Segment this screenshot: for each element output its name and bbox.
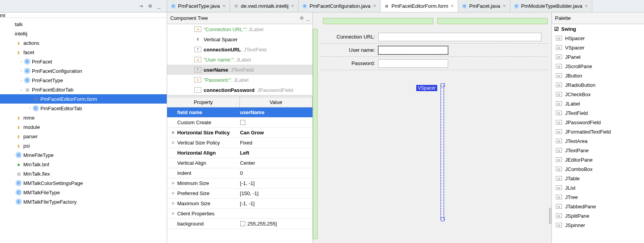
palette-item[interactable]: ▭JComboBox <box>552 164 644 174</box>
project-tree-node[interactable]: CMmeFileType <box>0 150 167 160</box>
form-textfield[interactable] <box>378 46 448 55</box>
palette-item[interactable]: ▭JTable <box>552 174 644 183</box>
component-tree-node[interactable]: a"Password:" : JLabel <box>167 75 312 85</box>
property-row[interactable]: ⊞Horizontal Size PolicyCan Grow <box>167 128 312 138</box>
project-tree-node[interactable]: ›CPmFacetConfiguration <box>0 66 167 76</box>
close-icon[interactable]: ✕ <box>585 4 588 9</box>
project-tree-node[interactable]: ▤PmFacetEditorForm.form <box>0 94 167 104</box>
component-tree-node[interactable]: a"Connection URL:" : JLabel <box>167 24 312 34</box>
editor-tab[interactable]: ▦PmFacetEditorForm.form✕ <box>380 0 458 12</box>
vspacer-label[interactable]: VSpacer <box>416 85 437 91</box>
palette-item[interactable]: ▭HSpacer <box>552 33 644 43</box>
expand-icon[interactable]: ⊞ <box>172 192 176 195</box>
form-textfield[interactable] <box>378 59 448 68</box>
scrollbar-handle[interactable] <box>549 208 552 224</box>
palette-item[interactable]: ▭JSplitPane <box>552 211 644 220</box>
expand-arrow-icon[interactable]: › <box>19 69 24 73</box>
editor-tab[interactable]: CPmFacet.java✕ <box>458 0 510 12</box>
palette-item[interactable]: ▭JTextArea <box>552 136 644 146</box>
palette-item[interactable]: ▭JTextPane <box>552 146 644 155</box>
component-tree-node[interactable]: ⇕Vertical Spacer <box>167 34 312 44</box>
form-designer[interactable]: Connection URL:User name:Password:VSpace… <box>313 12 552 243</box>
form-row[interactable]: Password: <box>320 57 548 70</box>
component-tree-node[interactable]: TuserName : JTextField <box>167 65 312 75</box>
property-row[interactable]: Vertical AlignCenter <box>167 158 312 168</box>
property-row[interactable]: ⊞Client Properties <box>167 209 312 219</box>
project-tree-node[interactable]: ›CPmFacet <box>0 57 167 66</box>
palette-item[interactable]: ▭JPasswordField <box>552 118 644 127</box>
form-label[interactable]: Password: <box>320 60 378 66</box>
expand-arrow-icon[interactable]: › <box>19 78 24 82</box>
component-tree-node[interactable]: ··connectionPassword : JPasswordField <box>167 85 312 95</box>
expand-icon[interactable]: ⊞ <box>172 181 176 185</box>
expand-arrow-icon[interactable]: ⌄ <box>19 88 24 92</box>
property-row[interactable]: background255,255,255] <box>167 219 312 229</box>
palette-item[interactable]: ▭JTree <box>552 192 644 202</box>
form-row[interactable]: Connection URL: <box>320 30 548 44</box>
vspacer-component[interactable] <box>440 85 444 220</box>
project-tree-node[interactable]: ▮mme <box>0 113 167 122</box>
project-tree-node[interactable]: ◆MmTalk.bnf <box>0 160 167 169</box>
editor-tab[interactable]: Cde.vwd.mmtalk.intellij✕ <box>230 0 299 12</box>
project-tree-node[interactable]: CMMTalkFileTypeFactory <box>0 197 167 206</box>
palette-item[interactable]: ▭JLabel <box>552 99 644 108</box>
gear-icon[interactable]: ✻ <box>148 3 154 9</box>
palette-item[interactable]: ▭JTextField <box>552 108 644 118</box>
form-label[interactable]: Connection URL: <box>320 34 378 40</box>
form-textfield[interactable] <box>378 33 541 41</box>
project-tree-node[interactable]: ⌄▤PmFacetEditorTab <box>0 85 167 94</box>
close-icon[interactable]: ✕ <box>222 4 226 9</box>
project-tree-node[interactable]: ▮facet <box>0 48 167 57</box>
property-row[interactable]: ⊞Preferred Size[150, -1] <box>167 188 312 199</box>
properties-table[interactable]: field nameuserNameCustom Create⊞Horizont… <box>167 107 312 229</box>
palette-item[interactable]: ▭JButton <box>552 71 644 80</box>
project-tree-node[interactable]: ▮psi <box>0 141 167 150</box>
project-tree-node[interactable]: CMMTalkColorSettingsPage <box>0 178 167 188</box>
hide-icon[interactable]: ⎯ <box>157 3 164 9</box>
property-row[interactable]: Indent0 <box>167 168 312 178</box>
close-icon[interactable]: ✕ <box>503 4 506 9</box>
expand-icon[interactable]: ⊞ <box>172 202 176 205</box>
project-tree-node[interactable]: ▤MmTalk.flex <box>0 169 167 178</box>
palette-item[interactable]: ▭JList <box>552 183 644 192</box>
editor-tab[interactable]: CPmFacetType.java✕ <box>167 0 230 12</box>
expand-icon[interactable]: ⊞ <box>172 212 176 215</box>
project-tree-node[interactable]: talk <box>0 19 167 29</box>
palette-item[interactable]: ▭JSpinner <box>552 220 644 230</box>
hide-icon[interactable]: ⎯ <box>306 15 309 21</box>
expand-arrow-icon[interactable]: › <box>27 106 33 110</box>
project-tree-node[interactable]: ▮module <box>0 122 167 132</box>
close-icon[interactable]: ✕ <box>373 4 376 9</box>
expand-arrow-icon[interactable]: › <box>19 60 24 63</box>
property-row[interactable]: ⊞Minimum Size[-1, -1] <box>167 178 312 188</box>
project-tree-node[interactable]: CMMTalkFileType <box>0 188 167 197</box>
palette-item[interactable]: ▭JEditorPane <box>552 155 644 164</box>
checkbox[interactable] <box>240 120 245 125</box>
property-row[interactable]: field nameuserName <box>167 107 312 118</box>
project-tree-node[interactable]: intellij <box>0 29 167 38</box>
collapse-icon[interactable]: ⇥ <box>139 3 145 9</box>
palette-item[interactable]: ▭JCheckBox <box>552 90 644 99</box>
property-row[interactable]: ⊞Maximum Size[-1, -1] <box>167 199 312 209</box>
palette-item[interactable]: ▭JScrollPane <box>552 62 644 71</box>
component-tree-node[interactable]: a"User name:" : JLabel <box>167 55 312 65</box>
editor-tab[interactable]: CPmFacetConfiguration.java✕ <box>298 0 380 12</box>
project-tree-node[interactable]: ▮actions <box>0 38 167 48</box>
editor-tab[interactable]: CPmModuleTypeBuilder.java✕ <box>510 0 593 12</box>
close-icon[interactable]: ✕ <box>450 4 454 9</box>
property-row[interactable]: Custom Create <box>167 118 312 128</box>
project-tree-node[interactable]: ›CPmFacetType <box>0 76 167 85</box>
expand-icon[interactable]: ⊞ <box>172 131 176 134</box>
project-tree-node[interactable]: ›CPmFacetEditorTab <box>0 104 167 113</box>
form-row[interactable]: User name: <box>320 44 548 57</box>
palette-item[interactable]: ▭JRadioButton <box>552 80 644 90</box>
property-row[interactable]: Horizontal AlignLeft <box>167 148 312 158</box>
form-label[interactable]: User name: <box>320 47 378 53</box>
project-tree[interactable]: talkintellij▮actions▮facet›CPmFacet›CPmF… <box>0 18 167 206</box>
expand-icon[interactable]: ⊞ <box>172 141 176 144</box>
component-tree-node[interactable]: TconnectionURL : JTextField <box>167 44 312 55</box>
palette-group-swing[interactable]: ☑ Swing <box>552 24 644 33</box>
gear-icon[interactable]: ✻ <box>300 15 304 21</box>
property-row[interactable]: ⊞Vertical Size PolicyFixed <box>167 138 312 148</box>
palette-item[interactable]: ▭VSpacer <box>552 43 644 52</box>
